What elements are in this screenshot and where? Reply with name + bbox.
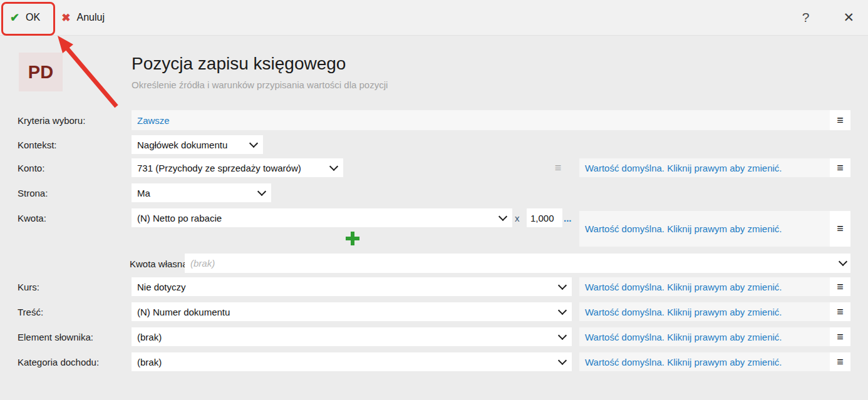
chevron-down-icon bbox=[329, 162, 338, 171]
konto-menu-icon[interactable]: ≡ bbox=[549, 158, 567, 177]
menu-icon[interactable]: ≡ bbox=[830, 110, 850, 130]
entry-type-badge: PD bbox=[19, 53, 63, 91]
kurs-dropdown[interactable]: Nie dotyczy bbox=[132, 277, 572, 296]
kwota-wlasna-input[interactable] bbox=[185, 254, 850, 273]
element-slownika-default-value-field[interactable]: Wartość domyślna. Kliknij prawym aby zmi… bbox=[579, 327, 850, 346]
ok-button[interactable]: ✔ OK bbox=[10, 12, 40, 23]
kategoria-dochodu-default-value-field[interactable]: Wartość domyślna. Kliknij prawym aby zmi… bbox=[579, 352, 850, 371]
konto-default-value-field[interactable]: Wartość domyślna. Kliknij prawym aby zmi… bbox=[579, 158, 850, 177]
kwota-dropdown[interactable]: (N) Netto po rabacie bbox=[132, 208, 512, 227]
kontekst-dropdown[interactable]: Nagłówek dokumentu bbox=[132, 135, 263, 154]
menu-icon[interactable]: ≡ bbox=[830, 277, 850, 296]
konto-default-value-link[interactable]: Wartość domyślna. Kliknij prawym aby zmi… bbox=[579, 163, 830, 173]
menu-icon[interactable]: ≡ bbox=[830, 211, 850, 247]
kurs-default-value-field[interactable]: Wartość domyślna. Kliknij prawym aby zmi… bbox=[579, 277, 850, 296]
kryteria-wyboru-field[interactable]: Zawsze ≡ bbox=[132, 110, 850, 130]
tresc-dropdown-value: (N) Numer dokumentu bbox=[137, 307, 554, 317]
chevron-down-icon bbox=[558, 306, 567, 315]
add-row-button[interactable] bbox=[345, 231, 360, 246]
kwota-multiplier-input[interactable] bbox=[527, 208, 562, 227]
cancel-button-label: Anuluj bbox=[76, 12, 104, 23]
chevron-down-icon bbox=[249, 139, 258, 148]
tresc-default-value-link[interactable]: Wartość domyślna. Kliknij prawym aby zmi… bbox=[579, 307, 830, 317]
kryteria-wyboru-label: Kryteria wyboru: bbox=[18, 111, 85, 130]
element-slownika-label: Element słownika: bbox=[18, 327, 93, 346]
cancel-x-icon: ✖ bbox=[61, 13, 70, 23]
konto-dropdown-value: 731 (Przychody ze sprzedaży towarów) bbox=[137, 163, 326, 173]
kwota-default-value-field[interactable]: Wartość domyślna. Kliknij prawym aby zmi… bbox=[579, 211, 850, 247]
tresc-default-value-field[interactable]: Wartość domyślna. Kliknij prawym aby zmi… bbox=[579, 302, 850, 321]
chevron-down-icon bbox=[257, 187, 266, 196]
chevron-down-icon bbox=[558, 281, 567, 290]
kontekst-dropdown-value: Nagłówek dokumentu bbox=[137, 140, 245, 150]
element-slownika-default-value-link[interactable]: Wartość domyślna. Kliknij prawym aby zmi… bbox=[579, 332, 830, 342]
kurs-dropdown-value: Nie dotyczy bbox=[137, 282, 554, 292]
kwota-multiplier-label: x bbox=[515, 208, 520, 227]
menu-icon[interactable]: ≡ bbox=[830, 352, 850, 371]
tresc-dropdown[interactable]: (N) Numer dokumentu bbox=[132, 302, 572, 321]
konto-dropdown[interactable]: 731 (Przychody ze sprzedaży towarów) bbox=[132, 158, 343, 177]
kategoria-dochodu-dropdown[interactable]: (brak) bbox=[132, 352, 572, 371]
element-slownika-dropdown-value: (brak) bbox=[137, 332, 554, 342]
strona-dropdown[interactable]: Ma bbox=[132, 183, 271, 202]
help-icon[interactable]: ? bbox=[802, 10, 810, 25]
menu-icon[interactable]: ≡ bbox=[830, 327, 850, 346]
tresc-label: Treść: bbox=[18, 302, 43, 321]
page-subtitle: Określenie źródła i warunków przypisania… bbox=[132, 79, 388, 90]
dialog-window: ✔ OK ✖ Anuluj ? ✕ PD Pozycja zapisu księ… bbox=[0, 0, 868, 400]
kwota-wlasna-label: Kwota własna: bbox=[130, 254, 190, 273]
strona-dropdown-value: Ma bbox=[137, 188, 254, 198]
kwota-label: Kwota: bbox=[18, 208, 46, 227]
cancel-button[interactable]: ✖ Anuluj bbox=[61, 12, 105, 23]
close-icon[interactable]: ✕ bbox=[843, 10, 854, 25]
strona-label: Strona: bbox=[18, 183, 48, 202]
page-title: Pozycja zapisu księgowego bbox=[132, 54, 346, 74]
toolbar: ✔ OK ✖ Anuluj ? ✕ bbox=[0, 0, 868, 36]
kurs-label: Kurs: bbox=[18, 277, 39, 296]
chevron-down-icon bbox=[558, 356, 567, 365]
kwota-default-value-link[interactable]: Wartość domyślna. Kliknij prawym aby zmi… bbox=[579, 223, 830, 234]
menu-icon[interactable]: ≡ bbox=[830, 158, 850, 177]
kurs-default-value-link[interactable]: Wartość domyślna. Kliknij prawym aby zmi… bbox=[579, 282, 830, 292]
kategoria-dochodu-default-value-link[interactable]: Wartość domyślna. Kliknij prawym aby zmi… bbox=[579, 357, 830, 367]
kwota-more-link[interactable]: ... bbox=[564, 208, 572, 227]
ok-button-label: OK bbox=[26, 12, 40, 23]
kryteria-wyboru-value[interactable]: Zawsze bbox=[132, 115, 830, 126]
kontekst-label: Kontekst: bbox=[18, 135, 57, 154]
plus-icon bbox=[345, 231, 360, 246]
kategoria-dochodu-label: Kategoria dochodu: bbox=[18, 352, 99, 371]
chevron-down-icon bbox=[499, 212, 507, 221]
check-icon: ✔ bbox=[10, 12, 19, 23]
chevron-down-icon bbox=[558, 331, 567, 340]
menu-icon[interactable]: ≡ bbox=[830, 302, 850, 321]
kategoria-dochodu-dropdown-value: (brak) bbox=[137, 357, 554, 367]
konto-label: Konto: bbox=[18, 158, 44, 177]
kwota-dropdown-value: (N) Netto po rabacie bbox=[137, 213, 495, 223]
element-slownika-dropdown[interactable]: (brak) bbox=[132, 327, 572, 346]
